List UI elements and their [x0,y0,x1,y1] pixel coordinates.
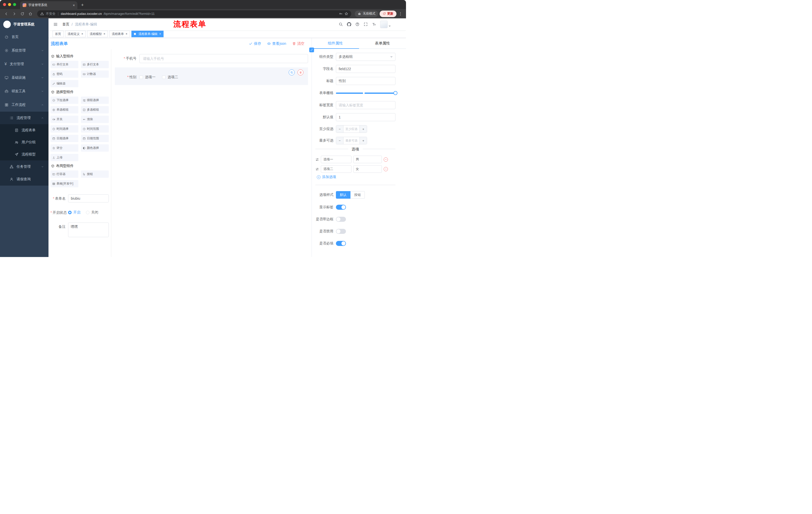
option-2-label-input[interactable] [321,165,351,173]
bookmark-star-icon[interactable] [344,12,348,16]
window-zoom-button[interactable] [13,3,16,6]
browser-menu-button[interactable]: ⋮ [398,11,403,16]
palette-item-checkbox-group[interactable]: 多选框组 [81,106,109,113]
label-width-input[interactable] [336,101,396,109]
palette-item-time-picker[interactable]: 时间选择 [51,125,78,133]
palette-item-switch[interactable]: 开关 [51,116,78,123]
palette-item-date-range[interactable]: 日期范围 [81,135,109,142]
remove-option-icon[interactable]: − [384,157,388,162]
slider-track[interactable] [336,92,396,94]
palette-item-editor[interactable]: 编辑器 [51,80,78,87]
tag-close-icon[interactable]: × [126,32,127,36]
search-icon[interactable] [339,22,343,26]
sidebar-item-system[interactable]: 系统管理 [0,44,49,57]
show-label-toggle[interactable] [336,205,346,210]
help-icon[interactable] [355,22,359,26]
gender-option-1-checkbox[interactable]: 选项一 [140,75,155,79]
tab-component-props[interactable]: 组件属性 [312,38,359,49]
min-checked-value[interactable]: 至少应选 [343,126,360,133]
palette-item-multi-text[interactable]: 多行文本 [81,61,109,68]
sidebar-item-infrastructure[interactable]: 基础设施 [0,71,49,84]
slider-handle[interactable] [394,91,398,95]
disabled-toggle[interactable] [336,229,346,234]
tag-process-form-edit[interactable]: 流程表单-编辑 × [132,31,164,37]
font-size-icon[interactable] [372,22,376,26]
palette-item-password[interactable]: 密码 [51,71,78,78]
decrease-button[interactable]: − [336,126,343,133]
sidebar-logo[interactable]: 芋道管理系统 [0,18,49,30]
tag-process-model[interactable]: 流程模型 × [87,31,108,37]
sidebar-item-process-management[interactable]: 流程管理 [0,112,49,124]
decrease-button[interactable]: − [336,137,343,144]
browser-tab[interactable]: 芋道管理系统 × [20,1,77,9]
remove-option-icon[interactable]: − [384,167,388,171]
fullscreen-icon[interactable] [364,22,368,26]
add-option-button[interactable]: + 添加选项 [317,175,396,179]
view-json-button[interactable]: 查看json [267,41,286,46]
increase-button[interactable]: + [360,137,367,144]
component-type-select[interactable]: 多选框组 [336,53,396,61]
required-toggle[interactable] [336,241,346,246]
default-value-input[interactable] [336,113,396,121]
palette-item-color-picker[interactable]: 颜色选择 [81,144,109,152]
palette-item-dropdown[interactable]: 下拉选择 [51,97,78,104]
option-1-label-input[interactable] [321,156,351,163]
palette-item-table[interactable]: 表格[开发中] [51,180,78,187]
option-2-value-input[interactable] [353,165,382,173]
sidebar-item-user-group[interactable]: 用户分组 [0,136,49,148]
grid-slider[interactable] [336,89,396,97]
form-name-input[interactable] [68,194,109,202]
back-button[interactable] [3,10,9,17]
tag-close-icon[interactable]: × [159,32,161,36]
copy-component-button[interactable] [289,70,295,76]
user-menu[interactable] [380,21,391,28]
form-canvas[interactable]: 手机号 性别 选项 [111,49,312,257]
max-checked-value[interactable]: 最多可选 [343,137,360,144]
phone-input[interactable] [140,54,308,63]
github-icon[interactable] [347,22,351,26]
sidebar-item-workflow[interactable]: 工作流程 [0,98,49,112]
tag-process-definition[interactable]: 流程定义 × [65,31,86,37]
tag-close-icon[interactable]: × [81,32,83,36]
radio-off[interactable]: 关闭 [86,210,98,215]
canvas-field-gender-selected[interactable]: 性别 选项一 选项二 [115,67,308,85]
palette-item-single-text[interactable]: 单行文本 [51,61,78,68]
option-1-value-input[interactable] [353,156,382,163]
sidebar-item-task-management[interactable]: 任务管理 [0,160,49,173]
sidebar-item-home[interactable]: 首页 [0,30,49,44]
clear-button[interactable]: 清空 [292,41,304,46]
palette-item-cascader[interactable]: 级联选择 [81,97,109,104]
form-remark-input[interactable]: 嘿嘿 [68,222,109,237]
new-tab-button[interactable]: + [79,1,86,8]
palette-item-counter[interactable]: 计数器 [81,71,109,78]
forward-button[interactable] [11,10,18,17]
canvas-field-phone[interactable]: 手机号 [115,54,308,63]
tag-close-icon[interactable]: × [104,32,105,36]
window-minimize-button[interactable] [8,3,11,6]
home-button[interactable] [27,10,34,17]
palette-item-button[interactable]: 按钮 [81,170,109,178]
update-button[interactable]: 更新 [380,10,397,17]
option-style-default-button[interactable]: 默认 [336,191,350,199]
breadcrumb-home[interactable]: 首页 [62,22,69,27]
palette-item-upload[interactable]: 上传 [51,154,78,161]
password-key-icon[interactable] [339,12,343,16]
tag-process-form[interactable]: 流程表单 × [109,31,130,37]
drag-handle-icon[interactable] [315,158,319,161]
reload-button[interactable] [19,10,26,17]
delete-component-button[interactable] [297,70,303,76]
tab-close-icon[interactable]: × [73,3,75,7]
radio-on[interactable]: 开启 [68,210,80,215]
option-style-button-button[interactable]: 按钮 [350,191,365,199]
sidebar-item-devtools[interactable]: 研发工具 [0,84,49,98]
sidebar-item-leave-query[interactable]: 请假查询 [0,173,49,186]
increase-button[interactable]: + [360,126,367,133]
palette-item-radio-group[interactable]: 单选框组 [51,106,78,113]
save-button[interactable]: 保存 [249,41,261,46]
window-close-button[interactable] [3,3,6,6]
palette-item-rate[interactable]: 评分 [51,144,78,152]
tab-form-props[interactable]: 表单属性 [359,38,406,49]
title-input[interactable] [336,77,396,85]
palette-item-time-range[interactable]: 时间范围 [81,125,109,133]
drag-handle-icon[interactable] [315,167,319,171]
